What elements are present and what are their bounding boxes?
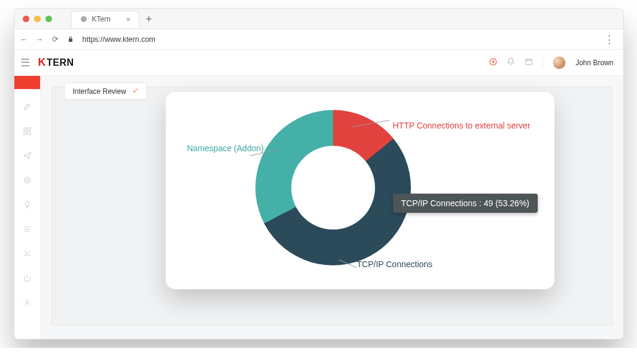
svg-rect-2 [526, 59, 532, 64]
brand-logo[interactable]: K TERN [38, 56, 74, 69]
sidebar-shuffle-icon[interactable] [23, 249, 32, 261]
sidebar-edit-icon[interactable] [23, 102, 32, 114]
bell-icon[interactable] [507, 57, 515, 68]
app-menu-toggle[interactable]: ☰ [20, 56, 30, 69]
browser-menu-button[interactable]: ⋮ [604, 33, 617, 46]
address-bar[interactable]: https://www.ktern.com [83, 35, 156, 44]
svg-rect-4 [28, 128, 30, 130]
back-button[interactable]: ← [20, 35, 28, 44]
app-header: ☰ K TERN John Brown [14, 50, 623, 76]
donut-chart[interactable] [255, 110, 411, 265]
sidebar [14, 76, 41, 339]
browser-titlebar: KTern × + [14, 9, 623, 29]
sidebar-list-icon[interactable] [23, 225, 32, 236]
tooltip-text: TCP/IP Connections : 49 (53.26%) [401, 198, 530, 208]
divider [542, 57, 543, 68]
chart-label-tcp: TCP/IP Connections [357, 259, 433, 269]
svg-rect-6 [28, 132, 30, 134]
browser-tab[interactable]: KTern × [71, 11, 140, 27]
add-icon[interactable] [489, 57, 497, 68]
reload-button[interactable]: ⟳ [52, 35, 59, 44]
svg-rect-5 [23, 132, 26, 134]
chart-label-namespace: Namespace (Addon) [187, 143, 264, 153]
lock-icon [67, 36, 74, 43]
browser-window: KTern × + ← → ⟳ https://www.ktern.com ⋮ … [14, 8, 624, 339]
window-controls [14, 16, 60, 22]
app-body: Interface Review HTTP Connections to ext… [14, 76, 623, 339]
interface-review-tag[interactable]: Interface Review [64, 82, 147, 100]
calendar-icon[interactable] [525, 57, 533, 68]
svg-point-7 [24, 178, 30, 183]
user-name: John Brown [575, 59, 613, 67]
tag-label: Interface Review [73, 87, 126, 96]
browser-toolbar: ← → ⟳ https://www.ktern.com ⋮ [14, 29, 623, 50]
forward-button[interactable]: → [36, 35, 44, 44]
tab-close-button[interactable]: × [126, 15, 131, 24]
window-close-button[interactable] [23, 16, 29, 22]
window-zoom-button[interactable] [45, 16, 52, 22]
pin-icon [131, 87, 138, 96]
svg-point-0 [81, 16, 87, 22]
header-actions: John Brown [489, 56, 613, 69]
sidebar-target-icon[interactable] [23, 176, 32, 187]
sidebar-grid-icon[interactable] [23, 127, 32, 138]
chart-label-http: HTTP Connections to external server [393, 121, 531, 130]
sidebar-send-icon[interactable] [23, 151, 32, 163]
svg-rect-3 [23, 128, 26, 130]
content-panel: Interface Review HTTP Connections to ext… [51, 87, 612, 326]
sidebar-bulb-icon[interactable] [23, 200, 32, 212]
chart-card: HTTP Connections to external server Name… [166, 92, 554, 289]
sidebar-gear-icon[interactable] [23, 298, 32, 310]
sidebar-power-icon[interactable] [23, 274, 32, 285]
new-tab-button[interactable]: + [145, 14, 152, 25]
svg-point-9 [26, 302, 28, 304]
content-area: Interface Review HTTP Connections to ext… [41, 76, 623, 339]
sidebar-active-marker [14, 76, 40, 89]
brand-rest: TERN [47, 57, 74, 68]
avatar[interactable] [553, 56, 566, 69]
brand-prefix: K [38, 56, 47, 69]
chart-tooltip: TCP/IP Connections : 49 (53.26%) [393, 194, 538, 213]
svg-point-8 [26, 179, 28, 182]
tab-title: KTern [92, 15, 111, 23]
window-minimize-button[interactable] [34, 16, 41, 22]
tab-favicon-icon [80, 16, 87, 23]
